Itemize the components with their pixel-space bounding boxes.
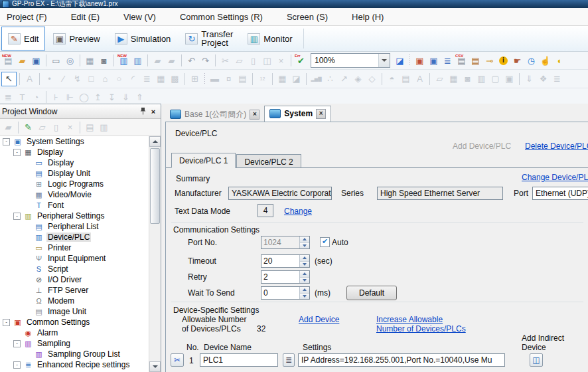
- monitor-button[interactable]: ▥Monitor: [241, 27, 299, 50]
- close-icon[interactable]: ×: [148, 106, 159, 116]
- tree-item-display[interactable]: ▭Display: [0, 157, 149, 168]
- tab-device-plc-1[interactable]: Device/PLC 1: [171, 153, 236, 168]
- tree-item-image-unit[interactable]: ▤Image Unit: [0, 306, 149, 317]
- information-icon[interactable]: i: [496, 54, 510, 67]
- device-row-tool-button[interactable]: ✂: [171, 353, 184, 367]
- scrollbar-thumb[interactable]: [150, 148, 160, 224]
- open-screen-icon[interactable]: ▥: [131, 54, 145, 67]
- data-backup-icon[interactable]: ☛: [510, 54, 524, 67]
- tree-item-ftp-server[interactable]: ⊥FTP Server: [0, 285, 149, 296]
- scroll-down-icon[interactable]: [149, 361, 161, 372]
- film-strip-icon[interactable]: ▦: [447, 72, 461, 86]
- tree-item-display-unit[interactable]: ▤Display Unit: [0, 168, 149, 179]
- tree-expander[interactable]: -: [13, 340, 21, 347]
- text-icon[interactable]: A: [23, 72, 37, 86]
- document-update-icon[interactable]: ▤: [469, 54, 482, 67]
- text-t-icon[interactable]: T: [15, 90, 29, 104]
- tree-item-logic-programs[interactable]: ⊞Logic Programs: [0, 179, 149, 189]
- tree-expander[interactable]: -: [13, 213, 21, 220]
- tree-expander[interactable]: -: [13, 361, 21, 369]
- redo-icon[interactable]: ↷: [198, 54, 212, 67]
- edit-screen-icon[interactable]: ✎: [21, 121, 35, 134]
- menu-item-common-settings[interactable]: Common Settings (R): [168, 8, 275, 25]
- picture-display-icon[interactable]: ▣: [502, 72, 516, 86]
- tree-item-input-equipment[interactable]: ΨInput Equipment: [0, 253, 149, 264]
- series-field[interactable]: High Speed Ethernet Server: [377, 187, 503, 200]
- tree-item-alarm[interactable]: ◉Alarm: [0, 327, 149, 338]
- rectangle-icon[interactable]: □: [84, 72, 98, 86]
- eraser-icon[interactable]: ◪: [289, 72, 303, 86]
- tab-system[interactable]: System×: [264, 106, 331, 122]
- tree-item-common-settings[interactable]: -▣Common Settings: [0, 317, 149, 327]
- tree-item-display-folder[interactable]: -▦Display: [0, 147, 149, 157]
- video-camera-icon[interactable]: ◙: [461, 72, 475, 86]
- new-page-icon[interactable]: ▤: [83, 121, 97, 134]
- spin-up-icon[interactable]: [300, 236, 309, 243]
- spin-down-icon[interactable]: [300, 278, 309, 284]
- change-text-mode-link[interactable]: Change: [284, 207, 312, 216]
- tree-item-video-movie[interactable]: ▦Video/Movie: [0, 189, 149, 200]
- tree-item-enhanced-recipe[interactable]: -≣Enhanced Recipe settings: [0, 359, 149, 370]
- meter-icon[interactable]: ◔: [29, 90, 43, 104]
- spin-down-icon[interactable]: [300, 243, 309, 249]
- scale-icon[interactable]: ≣: [140, 72, 154, 86]
- spinner-buttons[interactable]: [299, 271, 309, 283]
- tree-item-sampling[interactable]: -▥Sampling: [0, 338, 149, 349]
- zoom-select[interactable]: 100%: [311, 53, 390, 68]
- print-icon[interactable]: ▭: [49, 54, 63, 67]
- rpa-display-icon[interactable]: ▢: [488, 72, 502, 86]
- device-name-input[interactable]: PLC1: [200, 353, 278, 367]
- tree-item-modem[interactable]: ΩModem: [0, 296, 149, 306]
- contact-b-icon[interactable]: ⊩: [63, 90, 77, 104]
- text-data-mode-value[interactable]: 4: [257, 204, 273, 217]
- screen-capture-icon[interactable]: ▦: [83, 54, 97, 67]
- sound-icon[interactable]: ◖: [552, 54, 566, 67]
- tree-item-peripheral-settings[interactable]: -▥Peripheral Settings: [0, 211, 149, 221]
- spin-up-icon[interactable]: [300, 271, 309, 278]
- close-icon[interactable]: ×: [316, 109, 326, 119]
- default-button[interactable]: Default: [346, 286, 397, 300]
- select-cursor-icon[interactable]: ↖: [1, 72, 17, 86]
- spinner-buttons[interactable]: [299, 255, 309, 267]
- add-device-link[interactable]: Add Device: [299, 315, 339, 324]
- paste-icon[interactable]: ▯: [246, 54, 260, 67]
- add-indirect-device-button[interactable]: ◫: [530, 353, 543, 367]
- image-placement-icon[interactable]: ▦: [154, 72, 168, 86]
- spin-down-icon[interactable]: [300, 294, 309, 300]
- tree-item-device-plc[interactable]: ▥Device/PLC: [0, 232, 149, 242]
- increase-allowable-link-2[interactable]: Number of Devices/PLCs: [376, 324, 466, 333]
- paste-screen-icon[interactable]: ▯: [49, 121, 63, 134]
- close-icon[interactable]: ×: [250, 110, 259, 120]
- tab-device-plc-2[interactable]: Device/PLC 2: [236, 154, 301, 168]
- instruction-up-icon[interactable]: ↥: [91, 90, 105, 104]
- scroll-up-icon[interactable]: [149, 136, 161, 147]
- page-properties-icon[interactable]: ▥: [97, 121, 111, 134]
- line-graph-icon[interactable]: ↗: [337, 72, 351, 86]
- spin-down-icon[interactable]: [300, 262, 309, 268]
- copy-icon[interactable]: ▱: [232, 54, 246, 67]
- graph-3d-icon[interactable]: ◈: [351, 72, 365, 86]
- window-part-icon[interactable]: ⇓: [522, 72, 536, 86]
- csv-export-icon[interactable]: ▤CSV: [455, 54, 469, 67]
- menu-item-screen[interactable]: Screen (S): [275, 8, 340, 25]
- project-information-icon[interactable]: ≣: [441, 54, 455, 67]
- menu-item-edit[interactable]: Edit (E): [59, 8, 111, 25]
- copy-screen-icon[interactable]: ▱: [35, 121, 49, 134]
- security-key-icon[interactable]: ⊸: [482, 54, 496, 67]
- pin-icon[interactable]: [137, 106, 148, 116]
- instruction-down-icon[interactable]: ↧: [105, 90, 119, 104]
- tree-expander[interactable]: -: [13, 149, 21, 156]
- tab-base-1[interactable]: Base 1(公司簡介)×: [165, 108, 264, 122]
- coil-icon[interactable]: ◯: [77, 90, 91, 104]
- increase-allowable-link-1[interactable]: Increase Allowable: [376, 315, 443, 324]
- transfer-save-icon[interactable]: ▣: [427, 54, 441, 67]
- duplicate-icon[interactable]: ◫: [260, 54, 274, 67]
- delete-screen-icon[interactable]: ×: [63, 121, 77, 134]
- dot-icon[interactable]: •: [42, 72, 56, 86]
- manufacturer-field[interactable]: YASKAWA Electric Corporation: [228, 187, 332, 200]
- ellipse-icon[interactable]: ○: [112, 72, 126, 86]
- keypad-icon[interactable]: ▦: [275, 72, 289, 86]
- new-project-icon[interactable]: ▤NEW: [1, 54, 15, 67]
- device-settings-field[interactable]: IP Address=192.168.255.001,Port No.=1004…: [298, 353, 505, 367]
- tree-item-sampling-group-list[interactable]: ▥Sampling Group List: [0, 349, 149, 359]
